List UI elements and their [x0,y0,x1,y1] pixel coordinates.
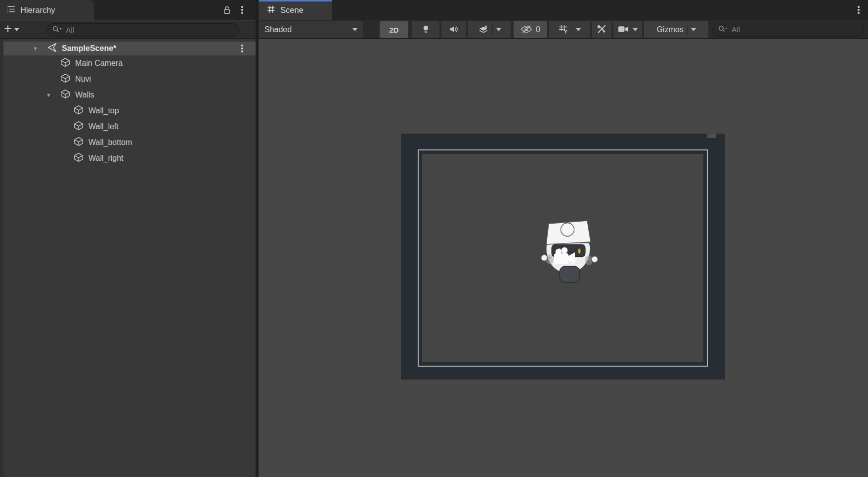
scene-tab-bar: Scene [259,0,868,20]
hierarchy-item-main-camera[interactable]: Main Camera [0,55,256,71]
robot-tread [560,266,580,283]
gizmos-label: Gizmos [656,25,683,34]
robot-nuvi-sprite[interactable] [541,218,598,288]
robot-hand-right [592,256,598,263]
search-icon [52,25,63,35]
draw-mode-label: Shaded [264,25,292,34]
scene-name-label: SampleScene* [62,44,116,53]
unity-logo-icon [46,42,57,55]
item-label: Wall_bottom [88,138,132,147]
chevron-down-icon [576,28,581,31]
hierarchy-tab-bar: Hierarchy [0,0,256,20]
scene-row-menu-button[interactable] [237,43,247,54]
scene-search-input[interactable] [732,25,859,34]
chevron-down-icon [633,28,638,31]
search-icon [718,25,729,35]
chevron-down-icon [496,28,501,31]
draw-mode-dropdown[interactable]: Shaded [259,21,363,38]
panel-edge [0,39,3,477]
scene-effects-dropdown[interactable] [468,21,511,38]
eye-off-icon [521,25,532,35]
camera-rect-notch [707,134,716,138]
cube-icon [60,89,71,101]
gizmos-dropdown[interactable]: Gizmos [644,21,708,38]
speaker-icon [449,24,459,36]
effects-layers-icon [478,24,489,36]
unlock-icon[interactable] [221,4,233,16]
foldout-triangle-icon[interactable]: ▼ [33,46,38,51]
kebab-menu-icon [858,6,860,14]
scene-lighting-button[interactable] [412,21,439,38]
cube-icon [73,120,84,133]
hierarchy-tab-label: Hierarchy [20,5,55,15]
scene-search [712,23,864,37]
grid-y-icon [558,24,568,36]
hierarchy-panel: Hierarchy + ▼ [0,0,256,477]
scene-camera-dropdown[interactable] [613,21,642,38]
scene-panel: Scene Shaded 2D [259,0,868,477]
plus-icon: + [4,22,12,36]
tools-icon [597,24,607,36]
item-label: Wall_right [88,154,124,163]
item-label: Walls [75,91,94,99]
hierarchy-item-walls[interactable]: ▼ Walls [0,87,256,103]
cube-icon [73,136,84,149]
hierarchy-item-wall-left[interactable]: Wall_left [0,119,256,135]
scene-row-samplescene[interactable]: ▼ SampleScene* [0,42,256,55]
chevron-down-icon [691,28,696,31]
light-bulb-icon [421,24,431,35]
2d-toggle-button[interactable]: 2D [380,21,408,38]
chevron-down-icon [14,28,19,31]
scene-tools-button[interactable] [592,21,611,38]
item-label: Wall_top [88,106,119,115]
hierarchy-item-wall-bottom[interactable]: Wall_bottom [0,135,256,150]
hierarchy-item-nuvi[interactable]: Nuvi [0,71,256,87]
2d-label: 2D [389,26,398,34]
hierarchy-list-icon [6,4,16,16]
hierarchy-search-input[interactable] [66,26,233,35]
hierarchy-search [46,23,239,37]
chevron-down-icon [352,28,357,31]
video-camera-icon [618,25,629,35]
kebab-menu-icon [241,45,243,52]
create-object-button[interactable]: + [4,22,31,38]
foldout-triangle-icon[interactable]: ▼ [46,92,51,98]
hierarchy-toolbar: + [0,21,256,39]
hierarchy-item-wall-top[interactable]: Wall_top [0,103,256,119]
grid-visibility-dropdown[interactable] [549,21,590,38]
cube-icon [73,104,84,117]
hierarchy-menu-button[interactable] [237,4,247,16]
cube-icon [73,152,84,165]
item-label: Nuvi [75,75,91,84]
hidden-objects-button[interactable]: 0 [514,21,547,38]
tab-scene[interactable]: Scene [259,0,332,20]
kebab-menu-icon [241,6,243,14]
scene-audio-button[interactable] [441,21,466,38]
cube-icon [60,57,71,70]
cube-icon [60,73,71,86]
item-label: Wall_left [88,122,119,131]
robot-eye-right [578,248,580,253]
grid-icon [266,4,276,16]
robot-head-circle [561,223,574,237]
hierarchy-item-wall-right[interactable]: Wall_right [0,150,256,166]
unity-editor-window: Hierarchy + ▼ [0,0,868,477]
scene-panel-menu-button[interactable] [854,4,864,16]
separator [492,25,493,35]
scene-toolbar: Shaded 2D 0 [259,20,868,39]
tab-hierarchy[interactable]: Hierarchy [0,0,94,20]
scene-tab-label: Scene [280,5,304,15]
separator [687,25,688,35]
hidden-count-label: 0 [536,25,540,34]
item-label: Main Camera [75,59,123,68]
robot-hand-left [541,255,548,261]
separator [572,25,572,35]
scene-viewport[interactable] [259,40,868,477]
